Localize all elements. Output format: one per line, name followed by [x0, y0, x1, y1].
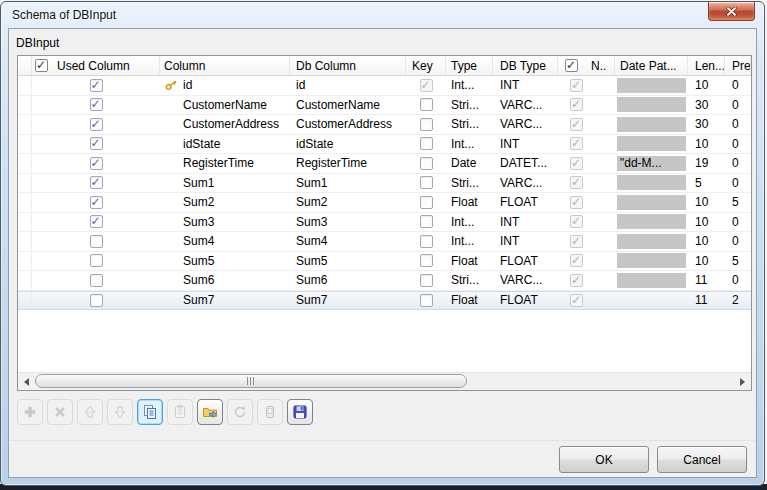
- key-checkbox[interactable]: [420, 235, 433, 248]
- nullable-checkbox[interactable]: [570, 254, 583, 267]
- add-button[interactable]: [17, 399, 43, 425]
- export-button[interactable]: [197, 399, 223, 425]
- nullable-checkbox[interactable]: [570, 176, 583, 189]
- key-checkbox[interactable]: [420, 254, 433, 267]
- ok-button[interactable]: OK: [559, 446, 649, 473]
- horizontal-scrollbar[interactable]: [18, 372, 751, 390]
- used-checkbox[interactable]: [90, 176, 103, 189]
- table-row[interactable]: Sum6Sum6Stri...VARC...110: [18, 271, 751, 291]
- used-checkbox[interactable]: [90, 196, 103, 209]
- table-row[interactable]: Sum5Sum5FloatFLOAT105: [18, 252, 751, 272]
- table-row[interactable]: CustomerAddressCustomerAddressStri...VAR…: [18, 115, 751, 135]
- date-pattern-value[interactable]: [617, 234, 686, 249]
- date-pattern-value[interactable]: [617, 195, 686, 210]
- used-checkbox[interactable]: [90, 157, 103, 170]
- nullable-checkbox[interactable]: [570, 235, 583, 248]
- key-cell: [406, 76, 446, 95]
- type-cell: Float: [446, 292, 493, 310]
- date-pattern-value[interactable]: "dd-M...: [617, 156, 686, 171]
- nullable-all-checkbox[interactable]: [565, 59, 578, 72]
- nullable-checkbox[interactable]: [570, 98, 583, 111]
- scroll-left-icon: [24, 378, 29, 386]
- key-checkbox[interactable]: [420, 118, 433, 131]
- table-row[interactable]: Sum3Sum3Int...INT100: [18, 213, 751, 233]
- used-checkbox[interactable]: [90, 235, 103, 248]
- close-button[interactable]: [708, 2, 755, 21]
- table-row[interactable]: Sum4Sum4Int...INT100: [18, 232, 751, 252]
- key-checkbox[interactable]: [420, 294, 433, 307]
- used-checkbox[interactable]: [90, 274, 103, 287]
- scroll-left-button[interactable]: [18, 373, 35, 390]
- footer-separator: [10, 440, 755, 441]
- table-row[interactable]: Sum7Sum7FloatFLOAT112: [18, 291, 751, 311]
- used-checkbox[interactable]: [90, 118, 103, 131]
- paste-button[interactable]: [167, 399, 193, 425]
- date-pattern-value[interactable]: [617, 97, 686, 112]
- scroll-right-button[interactable]: [734, 373, 751, 390]
- used-checkbox[interactable]: [90, 294, 103, 307]
- row-handle-cell: [18, 193, 32, 212]
- nullable-checkbox[interactable]: [570, 157, 583, 170]
- key-checkbox[interactable]: [420, 215, 433, 228]
- move-down-button[interactable]: [107, 399, 133, 425]
- key-cell: [406, 193, 446, 212]
- date-pattern-value[interactable]: [617, 78, 686, 93]
- table-row[interactable]: Sum2Sum2FloatFLOAT105: [18, 193, 751, 213]
- column-cell: Sum2: [160, 193, 290, 212]
- date-pattern-value[interactable]: [617, 253, 686, 268]
- date-pattern-value[interactable]: [617, 117, 686, 132]
- key-checkbox[interactable]: [420, 157, 433, 170]
- column-cell: Sum7: [160, 292, 290, 310]
- scrollbar-thumb[interactable]: [35, 374, 467, 388]
- nullable-checkbox[interactable]: [570, 79, 583, 92]
- nullable-checkbox[interactable]: [570, 118, 583, 131]
- move-up-button[interactable]: [77, 399, 103, 425]
- used-checkbox[interactable]: [90, 254, 103, 267]
- copy-button[interactable]: [137, 399, 163, 425]
- used-checkbox[interactable]: [90, 215, 103, 228]
- db-column-cell: Sum4: [290, 232, 406, 251]
- key-checkbox[interactable]: [420, 274, 433, 287]
- nullable-checkbox[interactable]: [570, 137, 583, 150]
- table-row[interactable]: idStateidStateInt...INT100: [18, 135, 751, 155]
- date-pattern-value[interactable]: [617, 214, 686, 229]
- cancel-button[interactable]: Cancel: [657, 446, 747, 473]
- refresh-button[interactable]: [227, 399, 253, 425]
- nullable-cell: [558, 271, 615, 290]
- select-all-checkbox[interactable]: [35, 59, 48, 72]
- nullable-checkbox[interactable]: [570, 215, 583, 228]
- nullable-checkbox[interactable]: [570, 274, 583, 287]
- row-handle-cell: [18, 76, 32, 95]
- arrow-up-icon: [82, 404, 98, 420]
- header-nullable: N..: [558, 56, 615, 75]
- table-row[interactable]: RegisterTimeRegisterTimeDateDATET..."dd-…: [18, 154, 751, 174]
- used-checkbox[interactable]: [90, 137, 103, 150]
- date-pattern-value[interactable]: [617, 175, 686, 190]
- nullable-checkbox[interactable]: [570, 294, 583, 307]
- table-row[interactable]: CustomerNameCustomerNameStri...VARC...30…: [18, 96, 751, 116]
- length-cell: 10: [688, 135, 725, 154]
- date-pattern-value[interactable]: [617, 273, 686, 288]
- date-pattern-value[interactable]: [617, 136, 686, 151]
- reset-db-types-button[interactable]: [257, 399, 283, 425]
- key-checkbox[interactable]: [420, 196, 433, 209]
- key-checkbox[interactable]: [420, 137, 433, 150]
- date-pattern-cell: "dd-M...: [615, 154, 688, 173]
- key-checkbox[interactable]: [420, 79, 433, 92]
- key-cell: [406, 174, 446, 193]
- titlebar[interactable]: Schema of DBInput: [1, 2, 764, 28]
- header-type: Type: [446, 56, 493, 75]
- used-checkbox[interactable]: [90, 79, 103, 92]
- key-checkbox[interactable]: [420, 176, 433, 189]
- remove-button[interactable]: [47, 399, 73, 425]
- nullable-checkbox[interactable]: [570, 196, 583, 209]
- table-row[interactable]: ididInt...INT100: [18, 76, 751, 96]
- table-row[interactable]: Sum1Sum1Stri...VARC...50: [18, 174, 751, 194]
- type-cell: Stri...: [446, 96, 493, 115]
- key-checkbox[interactable]: [420, 98, 433, 111]
- row-handle-cell: [18, 135, 32, 154]
- used-checkbox[interactable]: [90, 98, 103, 111]
- save-button[interactable]: [287, 399, 313, 425]
- date-pattern-value[interactable]: [617, 293, 686, 308]
- header-row-handle: [18, 56, 32, 75]
